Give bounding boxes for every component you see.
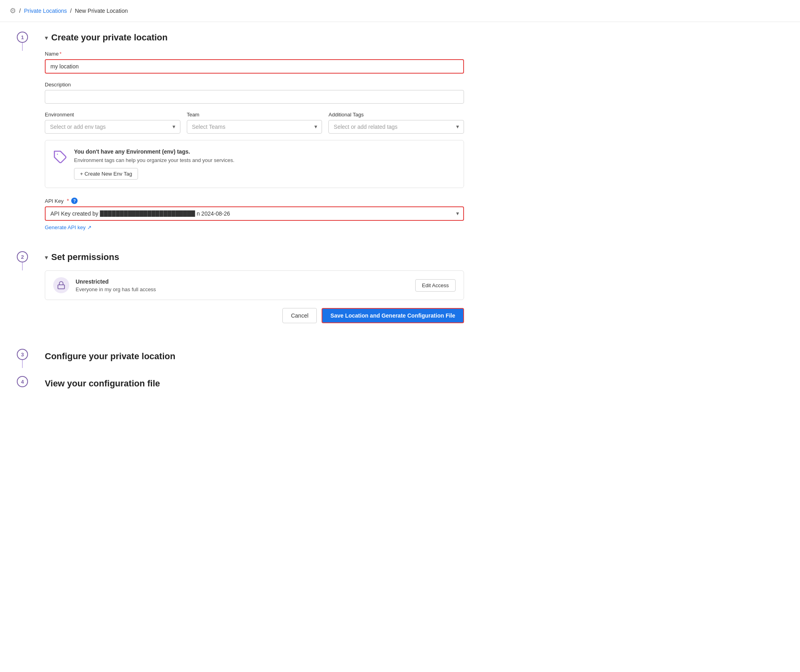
tags-select[interactable]: Select or add related tags xyxy=(328,120,464,134)
step3-container: 3 Configure your private location xyxy=(16,349,464,376)
permission-desc: Everyone in my org has full access xyxy=(76,286,156,292)
step1-circle: 1 xyxy=(17,32,28,43)
save-button[interactable]: Save Location and Generate Configuration… xyxy=(322,308,464,323)
step4-header: View your configuration file xyxy=(45,378,464,389)
lock-icon xyxy=(53,277,69,293)
environment-label: Environment xyxy=(45,112,180,118)
team-select[interactable]: Select Teams xyxy=(187,120,322,134)
step2-collapse-icon[interactable]: ▾ xyxy=(45,254,48,261)
permissions-left: Unrestricted Everyone in my org has full… xyxy=(53,277,156,293)
create-env-tag-button[interactable]: + Create New Env Tag xyxy=(74,168,138,180)
action-buttons: Cancel Save Location and Generate Config… xyxy=(45,308,464,323)
step4-line: 4 xyxy=(16,376,29,387)
name-label: Name* xyxy=(45,51,464,57)
api-key-select[interactable]: API Key created by █████████████████████… xyxy=(45,206,464,221)
step3-content: Configure your private location xyxy=(45,349,464,376)
environment-group: Environment Select or add env tags ▼ xyxy=(45,112,180,134)
api-key-label-row: API Key * ? xyxy=(45,198,464,204)
team-group: Team Select Teams ▼ xyxy=(187,112,322,134)
env-info-box: You don't have any Environment (env) tag… xyxy=(45,140,464,188)
env-tag-icon xyxy=(53,150,68,168)
cancel-button[interactable]: Cancel xyxy=(282,308,317,323)
breadcrumb: ⚙ / Private Locations / New Private Loca… xyxy=(0,0,800,22)
api-key-help-icon[interactable]: ? xyxy=(71,198,78,204)
breadcrumb-separator: / xyxy=(19,8,21,14)
api-key-required: * xyxy=(67,198,69,204)
step3-line: 3 xyxy=(16,349,29,368)
description-group: Description xyxy=(45,82,464,104)
api-key-label: API Key xyxy=(45,198,64,204)
tags-label: Additional Tags xyxy=(328,112,464,118)
generate-api-key-link[interactable]: Generate API key ↗ xyxy=(45,224,92,230)
breadcrumb-separator2: / xyxy=(70,8,72,14)
step1-connector-line xyxy=(22,43,23,51)
name-group: Name* xyxy=(45,51,464,74)
env-info-text: You don't have any Environment (env) tag… xyxy=(74,148,234,180)
step4-title: View your configuration file xyxy=(45,378,160,389)
step1-container: 1 ▾ Create your private location Name* D… xyxy=(16,32,464,251)
step2-circle: 2 xyxy=(17,251,28,262)
step3-title: Configure your private location xyxy=(45,351,175,362)
step2-content: ▾ Set permissions Unrestricted Everyone … xyxy=(45,251,464,349)
step4-circle: 4 xyxy=(17,376,28,387)
env-info-title: You don't have any Environment (env) tag… xyxy=(74,148,234,155)
step1-content: ▾ Create your private location Name* Des… xyxy=(45,32,464,251)
step1-title: Create your private location xyxy=(51,32,168,43)
step4-container: 4 View your configuration file xyxy=(16,376,464,410)
name-input[interactable] xyxy=(45,59,464,74)
env-info-desc: Environment tags can help you organize y… xyxy=(74,157,234,163)
step1-header: ▾ Create your private location xyxy=(45,32,464,43)
tags-select-wrapper: Select or add related tags ▼ xyxy=(328,120,464,134)
home-icon[interactable]: ⚙ xyxy=(10,6,16,15)
breadcrumb-current: New Private Location xyxy=(75,8,128,14)
step3-connector-line xyxy=(22,360,23,368)
step3-circle: 3 xyxy=(17,349,28,360)
step1-line: 1 xyxy=(16,32,29,51)
permission-title: Unrestricted xyxy=(76,278,156,285)
permissions-text: Unrestricted Everyone in my org has full… xyxy=(76,278,156,292)
team-label: Team xyxy=(187,112,322,118)
step2-connector-line xyxy=(22,262,23,270)
step2-title: Set permissions xyxy=(51,252,119,262)
breadcrumb-link[interactable]: Private Locations xyxy=(24,8,67,14)
external-link-icon: ↗ xyxy=(87,224,92,230)
svg-rect-1 xyxy=(58,285,65,289)
step2-header: ▾ Set permissions xyxy=(45,252,464,262)
edit-access-button[interactable]: Edit Access xyxy=(415,279,456,292)
permissions-box: Unrestricted Everyone in my org has full… xyxy=(45,270,464,300)
description-label: Description xyxy=(45,82,464,88)
description-input[interactable] xyxy=(45,90,464,104)
step3-header: Configure your private location xyxy=(45,351,464,362)
api-key-select-wrapper: API Key created by █████████████████████… xyxy=(45,206,464,221)
env-team-tags-row: Environment Select or add env tags ▼ Tea… xyxy=(45,112,464,134)
step1-collapse-icon[interactable]: ▾ xyxy=(45,34,48,42)
step2-line: 2 xyxy=(16,251,29,270)
step4-content: View your configuration file xyxy=(45,376,464,410)
tags-group: Additional Tags Select or add related ta… xyxy=(328,112,464,134)
team-select-wrapper: Select Teams ▼ xyxy=(187,120,322,134)
api-key-group: API Key * ? API Key created by █████████… xyxy=(45,198,464,230)
environment-select[interactable]: Select or add env tags xyxy=(45,120,180,134)
step2-container: 2 ▾ Set permissions Unrestricted xyxy=(16,251,464,349)
environment-select-wrapper: Select or add env tags ▼ xyxy=(45,120,180,134)
